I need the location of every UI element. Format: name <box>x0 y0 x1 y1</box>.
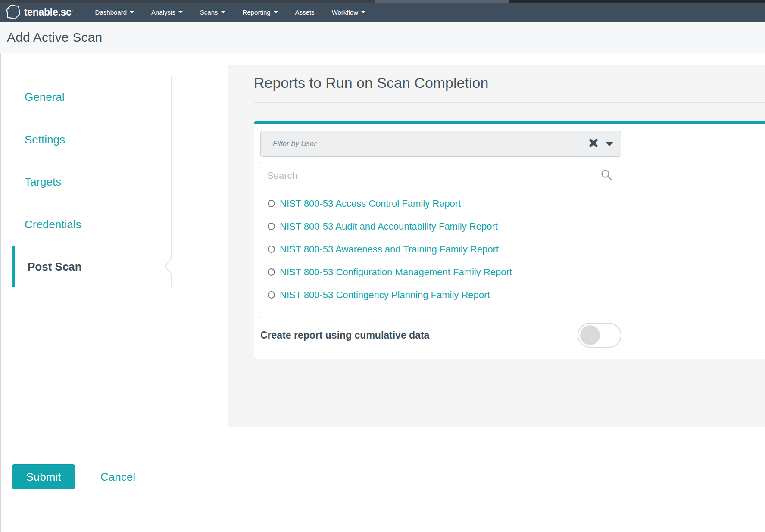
caret-down-icon <box>221 11 225 13</box>
report-radio[interactable] <box>268 223 275 230</box>
sidebar-item-targets[interactable]: Targets <box>25 175 61 189</box>
nav-item-scans[interactable]: Scans <box>191 3 234 22</box>
sidebar-item-credentials[interactable]: Credentials <box>25 218 81 231</box>
report-row[interactable]: NIST 800-53 Contingency Planning Family … <box>260 283 621 306</box>
nav-item-assets[interactable]: Assets <box>287 3 323 22</box>
hexagon-logo-icon <box>6 4 21 20</box>
cancel-link[interactable]: Cancel <box>100 470 135 484</box>
caret-down-icon <box>178 11 183 13</box>
brand-trademark: ' <box>72 9 73 15</box>
brand-name: tenable.sc <box>24 6 72 18</box>
post-scan-panel: Reports to Run on Scan Completion Filter… <box>228 65 765 427</box>
cumulative-toggle-row: Create report using cumulative data <box>260 316 621 355</box>
report-list: NIST 800-53 Access Control Family Report… <box>260 189 621 306</box>
report-radio[interactable] <box>268 268 275 276</box>
active-tab-indicator <box>12 246 15 287</box>
section-title-divider <box>254 102 765 103</box>
page-title: Add Active Scan <box>7 30 102 45</box>
report-link[interactable]: NIST 800-53 Audit and Accountability Fam… <box>280 221 498 232</box>
filter-by-user-select[interactable]: Filter by User <box>260 131 621 157</box>
sidebar-item-settings[interactable]: Settings <box>25 133 65 146</box>
report-row[interactable]: NIST 800-53 Audit and Accountability Fam… <box>260 215 621 238</box>
section-title: Reports to Run on Scan Completion <box>254 75 488 91</box>
caret-down-icon <box>361 11 365 13</box>
report-link[interactable]: NIST 800-53 Access Control Family Report <box>280 198 461 209</box>
content-area: General Settings Targets Credentials Pos… <box>0 53 765 532</box>
nav-item-analysis[interactable]: Analysis <box>143 3 191 22</box>
clear-filter-icon[interactable] <box>588 138 599 150</box>
sidebar-item-general[interactable]: General <box>25 90 65 104</box>
app-window: tenable.sc ' Dashboard Analysis Scans Re… <box>0 0 765 532</box>
tenable-logo[interactable]: tenable.sc ' <box>6 4 73 20</box>
search-input[interactable] <box>267 170 600 181</box>
form-actions: Submit Cancel <box>12 464 135 489</box>
nav-item-workflow[interactable]: Workflow <box>323 3 374 22</box>
sidebar-divider <box>163 76 173 290</box>
report-link[interactable]: NIST 800-53 Awareness and Training Famil… <box>280 244 499 255</box>
cumulative-toggle-label: Create report using cumulative data <box>260 330 429 341</box>
submit-button[interactable]: Submit <box>12 464 75 489</box>
reports-card: Filter by User <box>254 121 765 359</box>
report-radio[interactable] <box>268 246 275 253</box>
page-title-bar: Add Active Scan <box>0 22 765 53</box>
report-picker: NIST 800-53 Access Control Family Report… <box>260 162 621 318</box>
filter-placeholder: Filter by User <box>273 140 316 148</box>
cumulative-data-toggle[interactable] <box>578 323 621 348</box>
toggle-knob <box>580 325 600 345</box>
chevron-down-icon[interactable] <box>606 142 613 146</box>
search-icon <box>600 169 612 183</box>
search-bar <box>260 162 621 189</box>
nav-item-reporting[interactable]: Reporting <box>234 3 287 22</box>
report-row[interactable]: NIST 800-53 Configuration Management Fam… <box>260 261 621 283</box>
nav-item-dashboard[interactable]: Dashboard <box>87 3 143 22</box>
report-row[interactable]: NIST 800-53 Awareness and Training Famil… <box>260 238 621 261</box>
caret-down-icon <box>130 11 134 13</box>
report-row[interactable]: NIST 800-53 Access Control Family Report <box>260 192 621 215</box>
report-link[interactable]: NIST 800-53 Contingency Planning Family … <box>280 289 490 301</box>
top-navbar: tenable.sc ' Dashboard Analysis Scans Re… <box>0 3 765 22</box>
caret-down-icon <box>274 11 278 13</box>
report-radio[interactable] <box>268 200 275 207</box>
report-link[interactable]: NIST 800-53 Configuration Management Fam… <box>280 267 512 278</box>
nav-menu: Dashboard Analysis Scans Reporting Asset… <box>87 3 374 22</box>
report-radio[interactable] <box>268 291 275 299</box>
sidebar-item-post-scan[interactable]: Post Scan <box>28 260 82 274</box>
